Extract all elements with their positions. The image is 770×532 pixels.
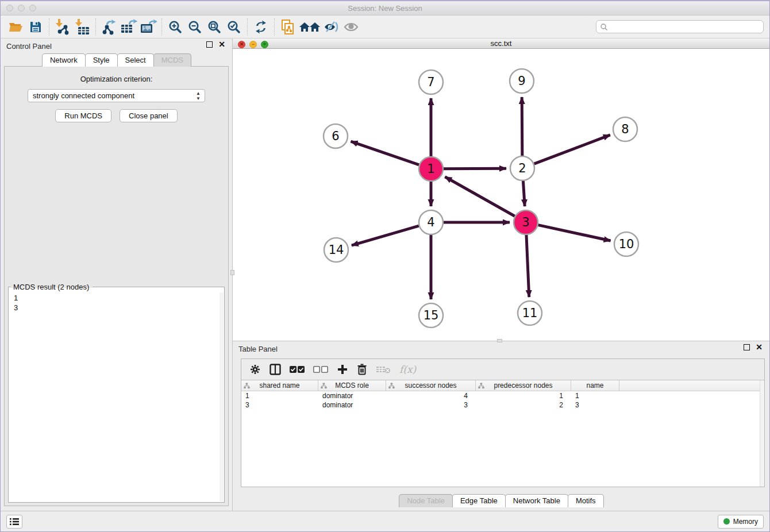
- edge-1-6[interactable]: [351, 141, 419, 165]
- column-layout-icon[interactable]: [270, 364, 281, 375]
- edge-3-10[interactable]: [538, 225, 610, 241]
- criterion-select[interactable]: strongly connected component ▲▼: [28, 89, 205, 102]
- cell-name[interactable]: 3: [571, 400, 619, 410]
- table-header-row: shared nameMCDS rolesuccessor nodesprede…: [241, 380, 764, 391]
- table-row[interactable]: 3dominator323: [241, 400, 764, 410]
- cell-predecessor-nodes[interactable]: 1: [476, 391, 571, 400]
- network-view-titlebar[interactable]: ✕ − + scc.txt: [233, 38, 769, 49]
- main-toolbar: [1, 16, 769, 38]
- export-network-icon[interactable]: [99, 18, 119, 36]
- control-panel-tabs: NetworkStyleSelectMCDS: [1, 53, 232, 67]
- save-icon[interactable]: [26, 18, 45, 36]
- zoom-icon[interactable]: +: [261, 41, 268, 48]
- close-icon[interactable]: ✕: [218, 41, 225, 48]
- tree-icon: [321, 383, 327, 389]
- zoom-out-icon[interactable]: [185, 18, 205, 36]
- edge-2-9[interactable]: [522, 97, 522, 156]
- scrollbar[interactable]: [220, 292, 224, 501]
- float-icon[interactable]: [744, 344, 750, 350]
- close-icon[interactable]: ✕: [756, 344, 763, 350]
- first-neighbors-icon[interactable]: [298, 18, 322, 36]
- tree-icon: [244, 383, 250, 389]
- column-header-shared-name[interactable]: shared name: [241, 380, 318, 391]
- deselect-all-icon[interactable]: [313, 365, 328, 373]
- close-icon[interactable]: [6, 5, 13, 11]
- scrollbar[interactable]: [760, 380, 764, 487]
- column-header-MCDS-role[interactable]: MCDS role: [318, 380, 386, 391]
- zoom-in-icon[interactable]: [165, 18, 185, 36]
- cell-shared-name[interactable]: 3: [241, 400, 318, 410]
- tab-network-table[interactable]: Network Table: [505, 494, 568, 507]
- column-header-successor-nodes[interactable]: successor nodes: [386, 380, 476, 391]
- tab-network[interactable]: Network: [42, 53, 86, 67]
- open-folder-icon[interactable]: [6, 18, 26, 36]
- cell-MCDS-role[interactable]: dominator: [318, 400, 386, 410]
- edge-2-8[interactable]: [534, 135, 610, 164]
- edge-3-1[interactable]: [445, 177, 514, 216]
- cell-successor-nodes[interactable]: 3: [386, 400, 476, 410]
- export-table-icon[interactable]: [119, 18, 138, 36]
- tab-node-table[interactable]: Node Table: [399, 494, 453, 507]
- task-list-icon: [10, 518, 19, 526]
- toolbar-separator: [247, 18, 248, 36]
- minimize-icon[interactable]: −: [249, 41, 257, 48]
- toolbar-separator: [274, 18, 275, 36]
- select-all-icon[interactable]: [290, 365, 305, 373]
- toolbar-separator: [161, 18, 162, 36]
- column-header-predecessor-nodes[interactable]: predecessor nodes: [476, 380, 571, 391]
- node-label-8: 8: [621, 122, 629, 136]
- task-history-button[interactable]: [6, 515, 22, 529]
- show-all-icon[interactable]: [341, 18, 361, 36]
- cell-successor-nodes[interactable]: 4: [386, 391, 476, 400]
- window-traffic-lights[interactable]: [6, 5, 36, 11]
- edge-4-14[interactable]: [352, 226, 419, 245]
- close-panel-button[interactable]: Close panel: [120, 109, 178, 122]
- import-table-icon[interactable]: [72, 18, 92, 36]
- duplicate-network-icon[interactable]: [278, 18, 298, 36]
- hide-selected-icon[interactable]: [322, 18, 341, 36]
- tab-select[interactable]: Select: [117, 53, 154, 67]
- control-panel: Control Panel ✕ NetworkStyleSelectMCDS O…: [1, 38, 232, 511]
- delete-icon[interactable]: [357, 364, 367, 375]
- mcds-result-box: MCDS result (2 nodes) 1 3: [8, 287, 225, 503]
- criterion-value: strongly connected component: [33, 91, 134, 100]
- column-header-name[interactable]: name: [571, 380, 619, 391]
- mcds-result-list[interactable]: 1 3: [10, 292, 220, 501]
- cell-shared-name[interactable]: 1: [241, 391, 318, 400]
- float-icon[interactable]: [206, 41, 213, 48]
- edge-2-3[interactable]: [523, 181, 525, 206]
- zoom-selected-icon[interactable]: [224, 18, 244, 36]
- run-mcds-button[interactable]: Run MCDS: [55, 109, 111, 122]
- table-row[interactable]: 1dominator411: [241, 391, 764, 400]
- splitter-handle[interactable]: [230, 270, 234, 275]
- network-view-window: ✕ − + scc.txt 79681243141015: [233, 38, 769, 341]
- zoom-icon[interactable]: [29, 5, 36, 11]
- add-column-icon[interactable]: [337, 364, 348, 375]
- tab-style[interactable]: Style: [85, 53, 118, 67]
- cell-predecessor-nodes[interactable]: 2: [476, 400, 571, 410]
- memory-button[interactable]: Memory: [718, 515, 764, 529]
- network-graph[interactable]: 7968124314101511: [233, 49, 770, 338]
- import-network-icon[interactable]: [53, 18, 72, 36]
- network-view-title: scc.txt: [491, 39, 512, 48]
- network-canvas[interactable]: 7968124314101511: [233, 49, 769, 341]
- minimize-icon[interactable]: [18, 5, 25, 11]
- chevron-up-down-icon: ▲▼: [196, 91, 201, 101]
- node-label-15: 15: [424, 309, 439, 322]
- edge-3-11[interactable]: [526, 235, 529, 297]
- node-table[interactable]: shared nameMCDS rolesuccessor nodesprede…: [241, 380, 764, 487]
- close-icon[interactable]: ✕: [238, 41, 245, 48]
- settings-gear-icon[interactable]: [249, 364, 261, 375]
- edge-1-2[interactable]: [444, 168, 506, 169]
- tab-mcds[interactable]: MCDS: [153, 53, 191, 67]
- cell-name[interactable]: 1: [571, 391, 619, 400]
- search-input[interactable]: [596, 20, 764, 33]
- refresh-layout-icon[interactable]: [251, 18, 271, 36]
- tab-motifs[interactable]: Motifs: [568, 494, 604, 507]
- export-image-icon[interactable]: [138, 18, 158, 36]
- tab-edge-table[interactable]: Edge Table: [452, 494, 506, 507]
- cell-MCDS-role[interactable]: dominator: [318, 391, 386, 400]
- table-panel: Table Panel ✕: [233, 341, 769, 511]
- zoom-fit-icon[interactable]: [205, 18, 224, 36]
- memory-status-icon: [723, 518, 730, 525]
